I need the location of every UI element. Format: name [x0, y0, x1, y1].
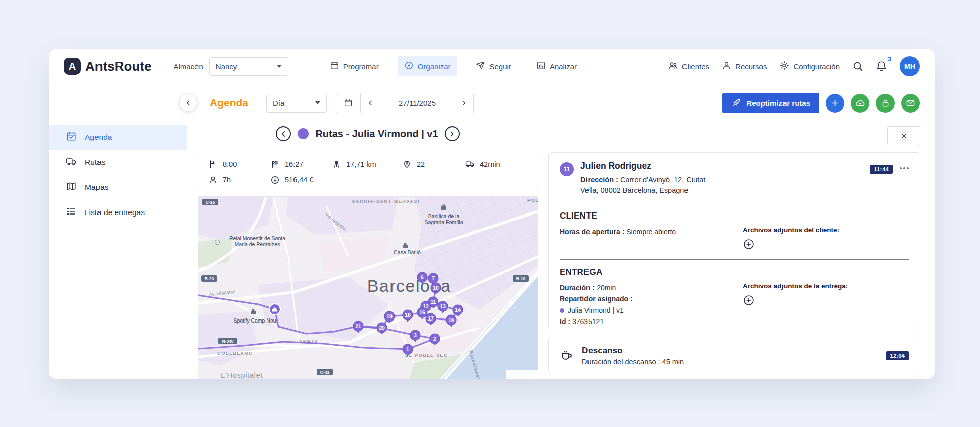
chevron-down-icon: [315, 101, 320, 104]
road-icon: [332, 159, 341, 169]
next-route-button[interactable]: [445, 126, 460, 141]
courier-color-dot: [560, 308, 564, 313]
break-duration-label: Duración del descanso :: [582, 358, 660, 366]
brand-logo[interactable]: A AntsRoute: [64, 58, 151, 75]
add-delivery-attachment-button[interactable]: [743, 294, 755, 306]
stop-detail-panel: 11 Julien Rodriguez Dirección : Carrer d…: [548, 152, 920, 379]
current-date: 27/11/2025: [380, 93, 454, 113]
nav-item-clientes[interactable]: Clientes: [668, 56, 709, 76]
mail-button[interactable]: [901, 94, 920, 113]
main-navigation: Programar Organizar Seguir Analizar: [324, 56, 583, 76]
map[interactable]: SARRIÀ-SANT GERVASIPOBLESANTSCOLLBLANCEL…: [198, 196, 538, 379]
previous-route-button[interactable]: [276, 126, 291, 141]
stop-order-badge: 11: [560, 162, 574, 176]
map-area-label: COLLBLANC: [217, 350, 253, 356]
svg-text:15: 15: [448, 317, 454, 323]
navbar-right: Clientes Recursos Configuración 3 MH: [668, 56, 920, 76]
sidebar-item-label: Rutas: [85, 158, 106, 167]
sidebar-item-lista-de-entregas[interactable]: Lista de entregas: [49, 200, 187, 225]
warehouse-group: Almacén Nancy: [173, 57, 288, 76]
add-button[interactable]: [826, 94, 844, 113]
plus-icon: [830, 98, 840, 108]
reoptimize-label: Reoptimizar rutas: [746, 99, 810, 108]
client-attachments-label: Archivos adjuntos del cliente:: [743, 226, 909, 234]
app-background: A AntsRoute Almacén Nancy Programar Orga…: [0, 0, 980, 427]
sidebar-item-label: Mapas: [85, 183, 109, 192]
brand-logo-icon: A: [64, 58, 81, 75]
previous-day-button[interactable]: [361, 93, 380, 113]
svg-text:3: 3: [414, 332, 417, 338]
view-select[interactable]: Día: [266, 94, 327, 113]
delivery-attachments-label: Archivos adjuntos de la entrega:: [743, 282, 909, 290]
more-options-button[interactable]: [900, 167, 909, 169]
truck-icon: [66, 156, 77, 169]
svg-text:B-10: B-10: [516, 276, 526, 281]
nav-item-configuracion[interactable]: Configuración: [779, 56, 840, 76]
delivery-info: Duración : 20min Repartidor asignado : J…: [560, 282, 743, 328]
nav-label: Programar: [343, 62, 379, 71]
nav-item-seguir[interactable]: Seguir: [470, 56, 517, 76]
search-button[interactable]: [852, 61, 863, 72]
sidebar-item-mapas[interactable]: Mapas: [49, 175, 187, 200]
assigned-courier: Julia Virmond | v1: [560, 305, 743, 316]
lock-button[interactable]: [876, 94, 895, 113]
duration-label: Duración :: [560, 284, 595, 292]
warehouse-select-value: Nancy: [216, 62, 237, 71]
reoptimize-routes-button[interactable]: Reoptimizar rutas: [722, 93, 819, 113]
route-header: Rutas - Julia Virmond | v1: [198, 126, 538, 141]
map-pin-icon: [402, 159, 412, 169]
top-navbar: A AntsRoute Almacén Nancy Programar Orga…: [49, 49, 935, 84]
next-day-button[interactable]: [454, 93, 473, 113]
nav-item-programar[interactable]: Programar: [324, 56, 385, 76]
sync-button[interactable]: [851, 94, 869, 113]
id-label: Id :: [560, 317, 570, 326]
notifications-button[interactable]: 3: [876, 61, 887, 72]
nav-item-analizar[interactable]: Analizar: [530, 56, 583, 76]
avatar[interactable]: MH: [900, 56, 920, 76]
address-label: Dirección :: [580, 176, 618, 184]
sidebar-item-label: Lista de entregas: [85, 208, 145, 217]
break-time-chip: 12:04: [886, 351, 909, 360]
sidebar-item-agenda[interactable]: Agenda: [49, 125, 187, 150]
sidebar-item-rutas[interactable]: Rutas: [49, 150, 187, 175]
calendar-picker-button[interactable]: [336, 93, 361, 113]
svg-text:N-340: N-340: [222, 339, 233, 344]
map-area-label: L'Hospitalet: [221, 371, 263, 379]
nav-label: Clientes: [682, 62, 709, 71]
list-icon: [66, 206, 77, 219]
road-shield: C-16: [202, 199, 218, 205]
warehouse-select[interactable]: Nancy: [209, 57, 288, 76]
add-client-attachment-button[interactable]: [743, 238, 755, 250]
chevron-left-icon: [367, 99, 374, 107]
toolbar-actions: Reoptimizar rutas: [722, 93, 920, 113]
svg-text:21: 21: [355, 323, 361, 329]
svg-text:20: 20: [379, 325, 385, 331]
map-area-label: POBLE: [527, 197, 538, 203]
opening-hours-label: Horas de apertura :: [560, 228, 624, 236]
svg-text:10: 10: [433, 285, 439, 291]
warehouse-label: Almacén: [173, 62, 203, 71]
plus-circle-icon: [743, 238, 755, 250]
plus-circle-icon: [743, 294, 755, 306]
notification-badge: 3: [887, 55, 891, 63]
chevron-right-icon: [460, 99, 468, 107]
svg-text:C-16: C-16: [206, 200, 215, 205]
divider: [549, 203, 920, 203]
opening-hours-value: Siempre abierto: [626, 228, 676, 236]
calendar-check-icon: [66, 131, 77, 144]
nav-item-organizar[interactable]: Organizar: [398, 56, 457, 76]
nav-label: Seguir: [489, 62, 511, 71]
lock-icon: [880, 98, 890, 108]
close-route-button[interactable]: [887, 126, 920, 145]
svg-text:Casa Batlló: Casa Batlló: [394, 249, 421, 255]
sidebar-collapse-button[interactable]: [179, 94, 197, 112]
search-icon: [852, 61, 863, 72]
svg-text:2: 2: [433, 336, 436, 342]
delivery-section-heading: ENTREGA: [560, 267, 909, 277]
svg-text:Reial Monestir de Santa: Reial Monestir de Santa: [229, 235, 285, 241]
client-attachments: Archivos adjuntos del cliente:: [743, 226, 909, 250]
stop-card: 11 Julien Rodriguez Dirección : Carrer d…: [548, 152, 920, 329]
nav-item-recursos[interactable]: Recursos: [722, 56, 767, 76]
depot-marker[interactable]: [269, 304, 280, 315]
envelope-icon: [906, 98, 915, 108]
